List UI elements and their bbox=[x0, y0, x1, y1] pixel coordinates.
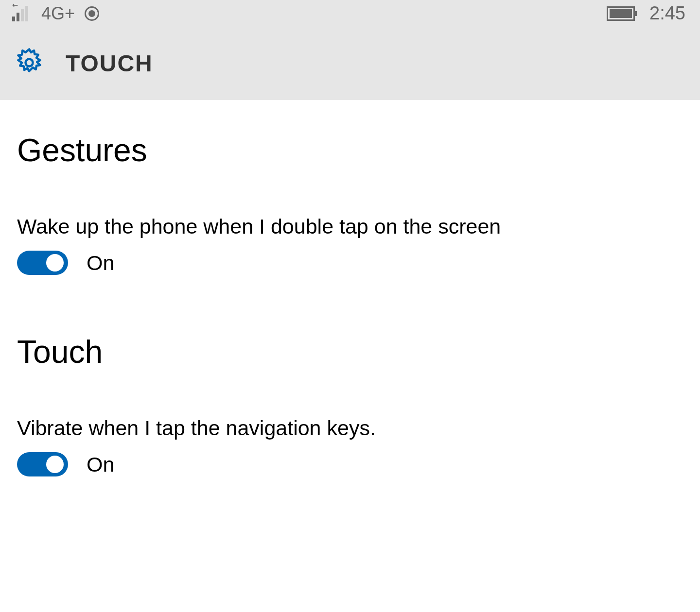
vibrate-nav-state: On bbox=[87, 453, 114, 476]
double-tap-wake-label: Wake up the phone when I double tap on t… bbox=[17, 215, 683, 238]
gestures-heading: Gestures bbox=[17, 132, 683, 169]
network-type-label: 4G+ bbox=[41, 3, 75, 24]
vibrate-nav-row: On bbox=[17, 452, 683, 476]
touch-heading: Touch bbox=[17, 333, 683, 370]
page-header: TOUCH bbox=[0, 27, 700, 100]
double-tap-wake-state: On bbox=[87, 251, 114, 275]
battery-icon bbox=[607, 6, 635, 21]
status-bar: ↖ 4G+ 2:45 bbox=[0, 0, 700, 27]
vibrate-nav-label: Vibrate when I tap the navigation keys. bbox=[17, 416, 683, 440]
signal-icon: ↖ bbox=[12, 6, 32, 21]
page-title: TOUCH bbox=[66, 50, 153, 77]
clock-label: 2:45 bbox=[649, 3, 685, 24]
double-tap-wake-toggle[interactable] bbox=[17, 251, 68, 275]
location-icon bbox=[85, 6, 99, 21]
settings-content: Gestures Wake up the phone when I double… bbox=[0, 100, 700, 476]
double-tap-wake-row: On bbox=[17, 251, 683, 275]
vibrate-nav-toggle[interactable] bbox=[17, 452, 68, 476]
gear-icon bbox=[15, 48, 44, 79]
status-right: 2:45 bbox=[607, 3, 685, 24]
status-left: ↖ 4G+ bbox=[12, 3, 99, 24]
svg-point-0 bbox=[26, 59, 33, 66]
